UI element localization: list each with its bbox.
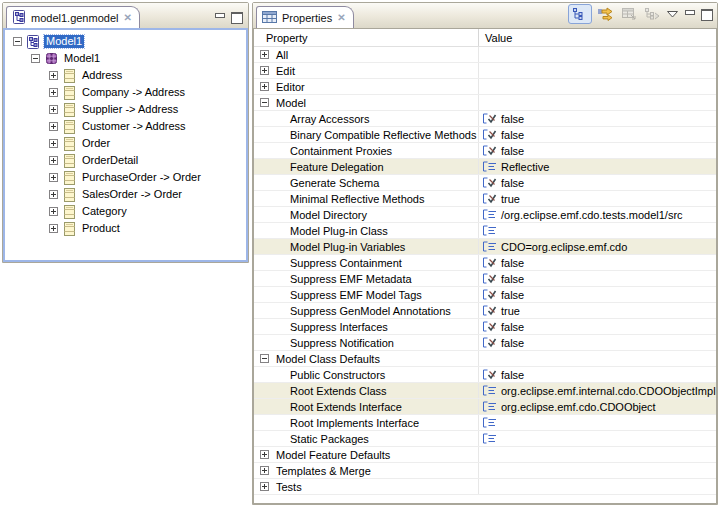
expand-toggle-icon[interactable] — [49, 207, 58, 216]
restore-default-value-button[interactable] — [621, 7, 638, 21]
property-row[interactable]: Feature DelegationReflective — [254, 159, 716, 175]
minimize-button[interactable] — [214, 12, 225, 22]
property-category-row[interactable]: All — [254, 47, 716, 63]
expand-toggle-icon[interactable] — [49, 88, 58, 97]
property-label: Suppress EMF Model Tags — [290, 289, 422, 301]
property-row[interactable]: Minimal Reflective Methodstrue — [254, 191, 716, 207]
property-row[interactable]: Model Plug-in VariablesCDO=org.eclipse.e… — [254, 239, 716, 255]
expand-toggle-icon[interactable] — [49, 122, 58, 131]
property-label: Model Plug-in Class — [290, 225, 388, 237]
text-value-icon — [482, 208, 497, 221]
boolean-value-icon — [482, 128, 497, 141]
class-icon — [62, 120, 76, 134]
tab-model1-genmodel[interactable]: model1.genmodel ✕ — [6, 6, 140, 28]
property-row[interactable]: Root Implements Interface — [254, 415, 716, 431]
property-row[interactable]: Static Packages — [254, 431, 716, 447]
maximize-button[interactable] — [701, 9, 712, 19]
expand-toggle-icon[interactable] — [49, 105, 58, 114]
expand-toggle-icon[interactable] — [31, 54, 40, 63]
tree-item[interactable]: SalesOrder -> Order — [5, 186, 246, 203]
property-row[interactable]: Suppress Interfacesfalse — [254, 319, 716, 335]
property-row[interactable]: Generate Schemafalse — [254, 175, 716, 191]
tab-properties[interactable]: Properties ✕ — [256, 6, 354, 28]
property-row[interactable]: Suppress GenModel Annotationstrue — [254, 303, 716, 319]
property-row[interactable]: Model Directory/org.eclipse.emf.cdo.test… — [254, 207, 716, 223]
tree-item[interactable]: Model1 — [5, 50, 246, 67]
property-row[interactable]: Root Extends Interfaceorg.eclipse.emf.cd… — [254, 399, 716, 415]
tree-item[interactable]: OrderDetail — [5, 152, 246, 169]
property-category-row[interactable]: Model — [254, 95, 716, 111]
expand-toggle-icon[interactable] — [260, 66, 269, 75]
property-category-row[interactable]: Tests — [254, 479, 716, 495]
expand-toggle-icon[interactable] — [49, 224, 58, 233]
tree-item-label: Order — [80, 137, 112, 150]
tree-item[interactable]: Address — [5, 67, 246, 84]
tree-item[interactable]: Model1 — [5, 33, 246, 50]
show-advanced-properties-button[interactable] — [598, 7, 615, 21]
expand-toggle-icon[interactable] — [260, 50, 269, 59]
property-row[interactable]: Array Accessorsfalse — [254, 111, 716, 127]
expand-toggle-icon[interactable] — [49, 173, 58, 182]
genmodel-editor-panel: model1.genmodel ✕ Model1Model1AddressCom… — [2, 2, 249, 263]
boolean-value-icon — [482, 112, 497, 125]
class-icon — [62, 188, 76, 202]
property-category-row[interactable]: Editor — [254, 79, 716, 95]
column-header-value[interactable]: Value — [478, 29, 716, 46]
category-label: Templates & Merge — [276, 465, 371, 477]
tree-item[interactable]: Order — [5, 135, 246, 152]
column-header-property[interactable]: Property — [254, 29, 478, 46]
expand-toggle-icon[interactable] — [49, 156, 58, 165]
property-row[interactable]: Binary Compatible Reflective Methodsfals… — [254, 127, 716, 143]
tree-item-label: Supplier -> Address — [80, 103, 180, 116]
property-row[interactable]: Suppress Notificationfalse — [254, 335, 716, 351]
property-label: Suppress Interfaces — [290, 321, 388, 333]
tree-item[interactable]: Category — [5, 203, 246, 220]
expand-toggle-icon[interactable] — [260, 466, 269, 475]
property-category-row[interactable]: Edit — [254, 63, 716, 79]
property-category-row[interactable]: Templates & Merge — [254, 463, 716, 479]
tree-item[interactable]: Company -> Address — [5, 84, 246, 101]
genmodel-icon — [26, 35, 40, 49]
expand-toggle-icon[interactable] — [49, 139, 58, 148]
expand-toggle-icon[interactable] — [260, 354, 269, 363]
close-tab-icon[interactable]: ✕ — [337, 13, 345, 23]
show-categories-button[interactable] — [568, 4, 592, 24]
tree-item[interactable]: Customer -> Address — [5, 118, 246, 135]
property-row[interactable]: Suppress EMF Metadatafalse — [254, 271, 716, 287]
expand-toggle-icon[interactable] — [49, 190, 58, 199]
tree-item-label: Customer -> Address — [80, 120, 188, 133]
boolean-value-icon — [482, 304, 497, 317]
class-icon — [62, 69, 76, 83]
tree-item[interactable]: Product — [5, 220, 246, 237]
tree-item[interactable]: PurchaseOrder -> Order — [5, 169, 246, 186]
expand-toggle-icon[interactable] — [260, 98, 269, 107]
expand-toggle-icon[interactable] — [260, 82, 269, 91]
property-label: Suppress EMF Metadata — [290, 273, 412, 285]
property-row[interactable]: Suppress Containmentfalse — [254, 255, 716, 271]
expand-toggle-icon[interactable] — [260, 450, 269, 459]
maximize-button[interactable] — [231, 12, 242, 22]
close-tab-icon[interactable]: ✕ — [123, 13, 131, 23]
property-row[interactable]: Root Extends Classorg.eclipse.emf.intern… — [254, 383, 716, 399]
view-menu-button[interactable] — [667, 11, 678, 18]
expand-toggle-icon[interactable] — [260, 482, 269, 491]
property-category-row[interactable]: Model Feature Defaults — [254, 447, 716, 463]
expand-toggle-icon[interactable] — [49, 71, 58, 80]
property-label: Public Constructors — [290, 369, 385, 381]
property-category-row[interactable]: Model Class Defaults — [254, 351, 716, 367]
property-row[interactable]: Suppress EMF Model Tagsfalse — [254, 287, 716, 303]
property-label: Static Packages — [290, 433, 369, 445]
property-value: false — [501, 111, 524, 126]
editor-tab-label: model1.genmodel — [31, 12, 118, 24]
tree-item-label: Category — [80, 205, 129, 218]
property-row[interactable]: Containment Proxiesfalse — [254, 143, 716, 159]
property-label: Generate Schema — [290, 177, 379, 189]
property-row[interactable]: Public Constructorsfalse — [254, 367, 716, 383]
pin-view-button[interactable] — [644, 7, 661, 21]
expand-toggle-icon[interactable] — [13, 37, 22, 46]
properties-tabbar: Properties ✕ — [253, 3, 717, 28]
tree-item[interactable]: Supplier -> Address — [5, 101, 246, 118]
minimize-button[interactable] — [684, 9, 695, 19]
property-row[interactable]: Model Plug-in Class — [254, 223, 716, 239]
property-label: Feature Delegation — [290, 161, 384, 173]
